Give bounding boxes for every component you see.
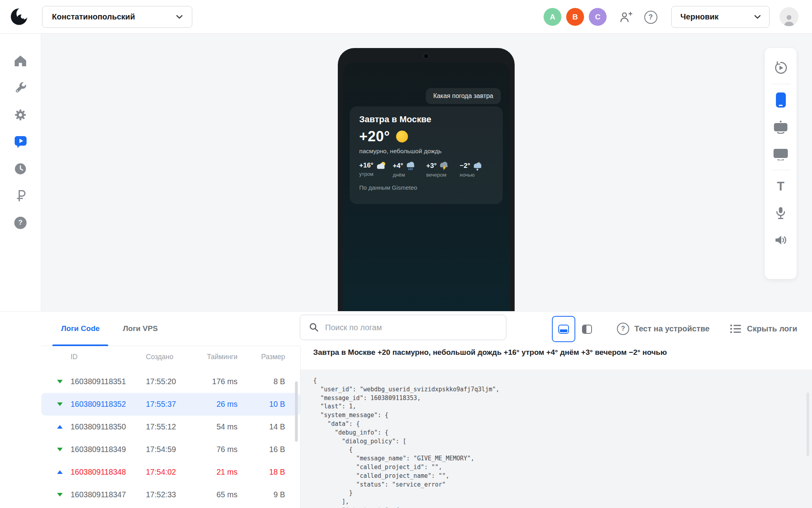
weather-card: Завтра в Москве +20° пасмурно, небольшой… xyxy=(350,106,503,204)
preview-canvas: Какая погода завтра Завтра в Москве +20°… xyxy=(41,34,812,311)
phone-screen: Какая погода завтра Завтра в Москве +20°… xyxy=(343,62,510,311)
text-input-icon: T xyxy=(777,180,785,192)
search-icon xyxy=(309,322,319,333)
device-portal-button[interactable] xyxy=(768,114,793,140)
test-on-device-button[interactable]: ? Тест на устройстве xyxy=(617,312,710,346)
moon-cloud-icon xyxy=(473,161,483,171)
horizontal-split-icon xyxy=(558,325,569,334)
weather-temp: +20° xyxy=(359,128,390,145)
sidebar-item-billing[interactable] xyxy=(11,186,30,205)
microphone-icon xyxy=(775,206,786,220)
log-row[interactable]: 1603809118351 17:55:20 176 ms 8 B xyxy=(41,370,300,393)
help-icon: ? xyxy=(644,11,657,24)
chat-play-icon xyxy=(14,135,27,148)
app-root: Констатинопольский A B C ? Черновик xyxy=(0,0,812,508)
toolbar-divider xyxy=(771,170,790,170)
list-icon xyxy=(730,323,742,334)
log-table-rows: 1603809118351 17:55:20 176 ms 8 B 160380… xyxy=(41,370,300,506)
speaker-icon xyxy=(774,235,787,246)
project-name: Констатинопольский xyxy=(52,12,176,21)
user-avatar[interactable] xyxy=(779,7,799,26)
help-button[interactable]: ? xyxy=(643,10,658,25)
search-input[interactable] xyxy=(325,323,497,332)
home-icon xyxy=(14,55,27,67)
project-selector[interactable]: Констатинопольский xyxy=(42,6,192,28)
portal-device-icon xyxy=(773,120,788,134)
log-table-header: ID Создано Тайминги Размер xyxy=(57,350,295,364)
user-message-bubble: Какая погода завтра xyxy=(426,88,501,104)
gear-icon xyxy=(14,109,27,121)
response-arrow-icon xyxy=(57,380,63,383)
microphone-button[interactable] xyxy=(768,200,793,227)
speaker-button[interactable] xyxy=(768,227,793,254)
clock-icon xyxy=(14,163,27,175)
log-detail-json: { "user_id": "webdbg_userid_svizidxpskko… xyxy=(301,369,812,508)
publish-status-selector[interactable]: Черновик xyxy=(671,6,770,28)
response-arrow-icon xyxy=(57,448,63,451)
tab-logs-code[interactable]: Логи Code xyxy=(52,312,108,346)
chevron-down-icon xyxy=(755,15,760,19)
logs-panel: Логи Code Логи VPS ? Тест на устройстве xyxy=(0,311,812,508)
person-add-icon xyxy=(620,11,632,23)
collaborator-avatar-c[interactable]: C xyxy=(589,8,607,26)
help-icon: ? xyxy=(14,217,27,229)
wrench-icon xyxy=(15,82,27,94)
chevron-down-icon xyxy=(176,15,182,19)
vertical-split-icon xyxy=(582,325,592,334)
log-search xyxy=(300,315,506,340)
forecast-row: +16° утром +4° xyxy=(359,161,493,178)
log-row[interactable]: 1603809118349 17:54:59 76 ms 16 B xyxy=(41,438,300,461)
person-icon xyxy=(783,13,795,26)
sidebar-item-dialogs-active[interactable] xyxy=(11,132,30,151)
phone-mockup: Какая погода завтра Завтра в Москве +20°… xyxy=(338,48,515,311)
replay-icon xyxy=(774,61,788,75)
publish-status: Черновик xyxy=(680,12,755,21)
storm-cloud-icon xyxy=(439,161,449,171)
table-scrollbar-thumb[interactable] xyxy=(295,381,298,442)
left-sidebar: ? xyxy=(0,34,41,311)
sidebar-item-tools[interactable] xyxy=(11,78,30,97)
add-collaborator-button[interactable] xyxy=(619,10,634,25)
forecast-day: +4° днём xyxy=(393,161,427,178)
device-phone-button-active[interactable] xyxy=(768,87,793,114)
ruble-icon xyxy=(15,190,27,202)
assistant-logo-icon xyxy=(10,7,29,26)
log-row-error[interactable]: 1603809118348 17:54:02 21 ms 18 B xyxy=(41,461,300,483)
device-tv-button[interactable] xyxy=(768,140,793,167)
tv-device-icon xyxy=(773,148,789,160)
toolbar-divider xyxy=(771,84,790,84)
replay-button[interactable] xyxy=(768,54,793,81)
log-detail-summary: Завтра в Москве +20 пасмурно, небольшой … xyxy=(313,348,801,357)
layout-horizontal-split-button[interactable] xyxy=(552,316,575,342)
log-row[interactable]: 1603809118347 17:52:33 65 ms 9 B xyxy=(41,483,300,506)
device-toolbar: T xyxy=(765,48,797,279)
text-input-button[interactable]: T xyxy=(768,173,793,200)
sidebar-item-history[interactable] xyxy=(11,159,30,178)
forecast-night: −2° ночью xyxy=(460,161,494,178)
sidebar-item-home[interactable] xyxy=(11,51,30,70)
layout-toggle-group xyxy=(552,316,599,342)
collaborator-avatar-b[interactable]: B xyxy=(566,8,584,26)
weather-title: Завтра в Москве xyxy=(359,114,493,125)
request-arrow-icon xyxy=(57,470,63,474)
response-arrow-icon xyxy=(57,493,63,496)
response-arrow-icon xyxy=(57,402,63,406)
collaborator-avatar-a[interactable]: A xyxy=(544,8,561,26)
phone-camera xyxy=(423,53,429,59)
layout-vertical-split-button[interactable] xyxy=(575,316,599,342)
weather-source: По данным Gismeteo xyxy=(359,184,493,191)
request-arrow-icon xyxy=(57,425,63,429)
top-bar: Констатинопольский A B C ? Черновик xyxy=(0,0,812,34)
sun-icon xyxy=(396,131,408,142)
hide-logs-button[interactable]: Скрыть логи xyxy=(730,312,797,346)
sidebar-item-help[interactable]: ? xyxy=(11,213,30,232)
weather-condition: пасмурно, небольшой дождь xyxy=(359,148,493,155)
forecast-evening: +3° вечером xyxy=(426,161,460,178)
sun-cloud-icon xyxy=(376,161,386,170)
detail-scrollbar-thumb[interactable] xyxy=(806,393,809,456)
log-row-selected[interactable]: 1603809118352 17:55:37 26 ms 10 B xyxy=(41,393,300,416)
tab-logs-vps[interactable]: Логи VPS xyxy=(114,312,167,346)
sidebar-item-settings[interactable] xyxy=(11,105,30,124)
question-circle-icon: ? xyxy=(617,323,629,335)
log-row[interactable]: 1603809118350 17:55:12 54 ms 14 B xyxy=(41,416,300,438)
